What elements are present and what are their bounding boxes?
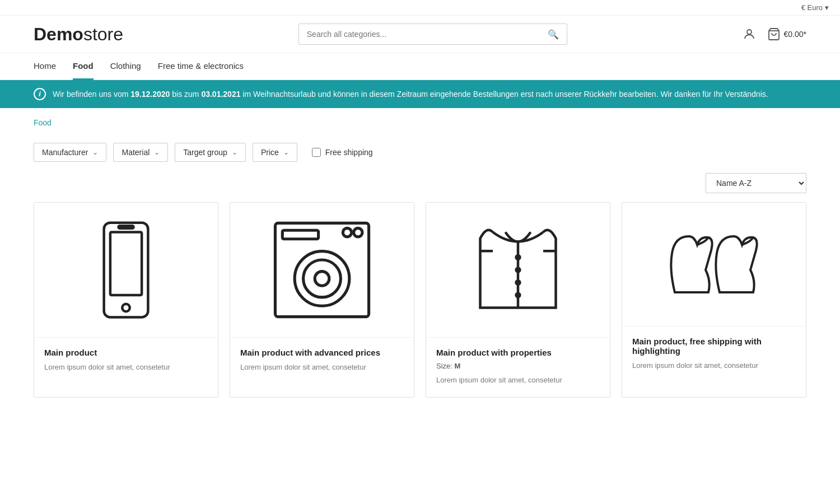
manufacturer-filter[interactable]: Manufacturer ⌄ [34,143,106,162]
product-image-2 [426,203,610,337]
product-name-2: Main product with properties [436,348,600,357]
free-shipping-label: Free shipping [325,148,373,157]
product-info-2: Main product with properties Size: M Lor… [426,337,610,397]
manufacturer-chevron-icon: ⌄ [92,148,98,156]
svg-point-17 [516,293,520,297]
product-card-0[interactable]: Main product Lorem ipsum dolor sit amet,… [34,202,218,398]
product-image-1 [230,203,414,337]
search-icon: 🔍 [548,30,559,39]
currency-label: € Euro [801,3,823,12]
material-filter[interactable]: Material ⌄ [113,143,168,162]
product-card-3[interactable]: Main product, free shipping with highlig… [622,202,806,398]
product-name-3: Main product, free shipping with highlig… [632,337,796,356]
svg-rect-5 [119,226,134,228]
header-icons: €0.00* [743,27,806,41]
product-info-0: Main product Lorem ipsum dolor sit amet,… [34,337,218,384]
top-bar: € Euro ▾ [0,0,840,16]
product-card-2[interactable]: Main product with properties Size: M Lor… [426,202,610,398]
target-group-chevron-icon: ⌄ [232,148,237,156]
product-image-0 [34,203,218,337]
svg-point-11 [304,260,341,297]
account-icon[interactable] [743,27,756,41]
svg-point-9 [354,228,362,236]
manufacturer-label: Manufacturer [42,148,88,157]
info-banner: i Wir befinden uns vom 19.12.2020 bis zu… [0,80,840,108]
currency-selector[interactable]: € Euro ▾ [801,3,829,12]
product-name-1: Main product with advanced prices [240,348,404,357]
search-bar: 🔍 [298,24,567,45]
main-nav: Home Food Clothing Free time & electroni… [0,53,840,80]
info-icon: i [34,88,46,100]
nav-item-home[interactable]: Home [34,53,56,80]
breadcrumb-food-link[interactable]: Food [34,118,52,127]
logo-bold: Demo [34,24,83,44]
logo-light: store [83,24,123,44]
product-info-3: Main product, free shipping with highlig… [622,326,806,382]
product-info-1: Main product with advanced prices Lorem … [230,337,414,384]
filters: Manufacturer ⌄ Material ⌄ Target group ⌄… [0,132,840,173]
sort-bar: Name A-Z Name Z-A Price ascending Price … [0,173,840,202]
free-shipping-filter[interactable]: Free shipping [304,143,381,161]
svg-point-8 [343,228,351,236]
currency-chevron-icon: ▾ [825,3,829,12]
svg-rect-7 [282,230,318,239]
banner-text: Wir befinden uns vom 19.12.2020 bis zum … [53,88,768,100]
svg-point-0 [747,30,752,34]
product-name-0: Main product [44,348,208,357]
svg-point-14 [516,255,520,259]
svg-point-4 [122,304,130,312]
breadcrumb: Food [0,108,840,132]
target-group-filter[interactable]: Target group ⌄ [175,143,246,162]
price-filter[interactable]: Price ⌄ [253,143,297,162]
nav-item-free-time[interactable]: Free time & electronics [158,53,244,80]
search-button[interactable]: 🔍 [540,29,567,40]
nav-item-clothing[interactable]: Clothing [110,53,141,80]
price-chevron-icon: ⌄ [283,148,289,156]
search-input[interactable] [299,24,540,44]
cart-icon-area[interactable]: €0.00* [767,27,806,41]
svg-point-16 [516,281,520,284]
material-label: Material [122,148,150,157]
product-image-3 [622,203,806,326]
price-label: Price [261,148,279,157]
header: Demostore 🔍 €0.00* [0,16,840,53]
svg-point-15 [516,268,520,272]
svg-rect-3 [110,232,142,296]
free-shipping-checkbox[interactable] [312,148,321,157]
svg-point-12 [315,272,329,286]
product-desc-3: Lorem ipsum dolor sit amet, consetetur [632,360,796,371]
product-meta-2: Size: M [436,362,600,370]
nav-item-food[interactable]: Food [73,53,94,80]
material-chevron-icon: ⌄ [154,148,160,156]
product-desc-0: Lorem ipsum dolor sit amet, consetetur [44,362,208,373]
product-card-1[interactable]: Main product with advanced prices Lorem … [230,202,414,398]
product-desc-1: Lorem ipsum dolor sit amet, consetetur [240,362,404,373]
product-grid: Main product Lorem ipsum dolor sit amet,… [0,202,840,420]
sort-select[interactable]: Name A-Z Name Z-A Price ascending Price … [706,173,806,193]
product-desc-2: Lorem ipsum dolor sit amet, consetetur [436,375,600,386]
target-group-label: Target group [183,148,227,157]
logo[interactable]: Demostore [34,24,123,45]
cart-total: €0.00* [784,30,806,39]
